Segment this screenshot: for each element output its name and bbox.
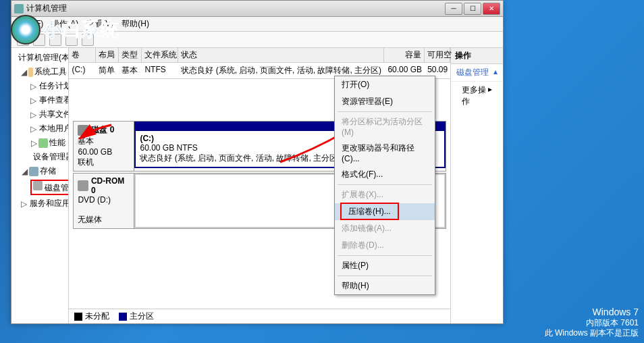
disk-0-label[interactable]: 磁盘 0 基本 60.00 GB 联机 — [74, 122, 134, 171]
actions-header: 操作 — [451, 48, 503, 64]
col-fs[interactable]: 文件系统 — [142, 48, 178, 62]
ctx-help[interactable]: 帮助(H) — [335, 278, 435, 294]
ctx-mark-active: 将分区标记为活动分区(M) — [335, 113, 435, 140]
legend-unallocated-swatch — [74, 313, 82, 321]
tree-shared-folders[interactable]: ▷共享文件夹 — [13, 107, 67, 122]
col-free[interactable]: 可用空 — [425, 48, 450, 62]
tree-performance[interactable]: ▷性能 — [13, 136, 67, 150]
maximize-button[interactable]: ☐ — [464, 3, 481, 15]
menu-help[interactable]: 帮助(H) — [122, 18, 149, 30]
close-button[interactable]: ✕ — [483, 3, 500, 15]
ctx-shrink[interactable]: 压缩卷(H)... — [335, 203, 435, 220]
ctx-extend: 扩展卷(X)... — [335, 186, 435, 203]
toolbar — [11, 32, 503, 48]
ctx-delete: 删除卷(D)... — [335, 237, 435, 254]
actions-more[interactable]: 更多操作▸ — [451, 82, 503, 110]
minimize-button[interactable]: ─ — [445, 3, 462, 15]
actions-pane: 操作 磁盘管理▴ 更多操作▸ — [450, 48, 503, 323]
ctx-open[interactable]: 打开(O) — [335, 76, 435, 93]
tree-root[interactable]: 计算机管理(本地) — [13, 51, 67, 65]
nav-tree: 计算机管理(本地) ◢系统工具 ▷任务计划程序 ▷事件查看器 ▷共享文件夹 ▷本… — [11, 48, 69, 323]
title-bar: 计算机管理 ─ ☐ ✕ — [11, 1, 503, 17]
desktop-watermark: Windows 7 内部版本 7601 此 Windows 副本不是正版 — [545, 306, 639, 339]
context-menu: 打开(O) 资源管理器(E) 将分区标记为活动分区(M) 更改驱动器号和路径(C… — [334, 76, 435, 295]
tree-task-scheduler[interactable]: ▷任务计划程序 — [13, 79, 67, 93]
ctx-properties[interactable]: 属性(P) — [335, 257, 435, 274]
disk-icon — [78, 125, 88, 136]
menu-view[interactable]: 查看(V) — [86, 18, 113, 30]
cdrom-label[interactable]: CD-ROM 0 DVD (D:) 无媒体 — [74, 174, 134, 228]
col-layout[interactable]: 布局 — [96, 48, 119, 62]
actions-disk-management[interactable]: 磁盘管理▴ — [451, 64, 503, 82]
legend: 未分配 主分区 — [69, 309, 450, 323]
tree-local-users[interactable]: ▷本地用户和组 — [13, 122, 67, 136]
ctx-explorer[interactable]: 资源管理器(E) — [335, 93, 435, 110]
back-icon[interactable] — [17, 34, 29, 46]
ctx-mirror: 添加镜像(A)... — [335, 220, 435, 237]
cdrom-icon — [78, 180, 88, 191]
tree-system-tools[interactable]: ◢系统工具 — [13, 65, 67, 79]
menu-bar: 文件(F) 操作(A) 查看(V) 帮助(H) — [11, 17, 503, 32]
ctx-change-letter[interactable]: 更改驱动器号和路径(C)... — [335, 140, 435, 166]
tree-device-manager[interactable]: 设备管理器 — [13, 150, 67, 164]
tree-services[interactable]: ▷服务和应用程序 — [13, 196, 67, 211]
legend-primary-swatch — [119, 313, 127, 321]
col-status[interactable]: 状态 — [178, 48, 384, 62]
refresh-icon[interactable] — [65, 34, 78, 46]
window-title: 计算机管理 — [26, 3, 67, 14]
app-icon — [14, 4, 24, 14]
help-icon[interactable] — [82, 34, 94, 46]
ctx-format[interactable]: 格式化(F)... — [335, 166, 435, 183]
volume-table: 卷 布局 类型 文件系统 状态 容量 可用空 (C:) 简单 基本 NTFS 状… — [69, 48, 450, 79]
tree-storage[interactable]: ◢存储 — [13, 164, 67, 178]
col-capacity[interactable]: 容量 — [384, 48, 425, 62]
tree-event-viewer[interactable]: ▷事件查看器 — [13, 93, 67, 107]
col-volume[interactable]: 卷 — [69, 48, 96, 62]
menu-file[interactable]: 文件(F) — [17, 18, 43, 30]
menu-action[interactable]: 操作(A) — [51, 18, 78, 30]
col-type[interactable]: 类型 — [119, 48, 142, 62]
forward-icon[interactable] — [33, 34, 45, 46]
up-icon[interactable] — [49, 34, 61, 46]
tree-disk-management[interactable]: 磁盘管理 — [13, 178, 67, 196]
